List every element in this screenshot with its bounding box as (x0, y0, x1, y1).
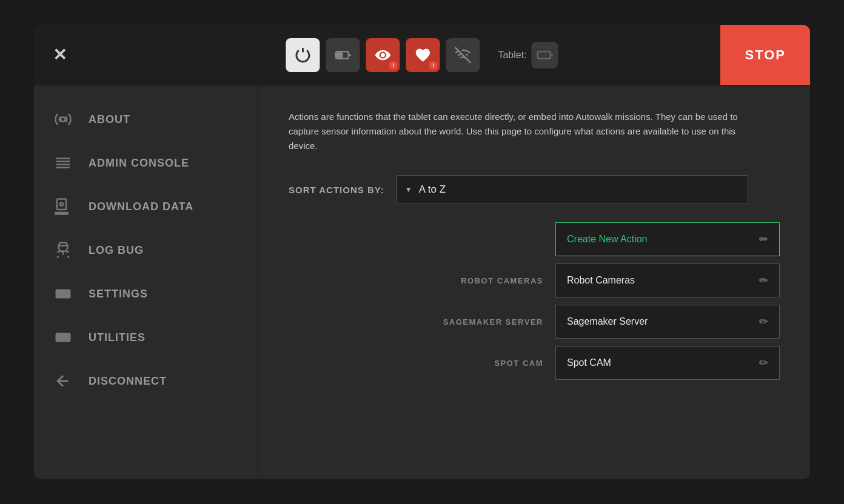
svg-point-5 (61, 117, 65, 122)
admin-console-label: ADMIN CONSOLE (89, 157, 189, 170)
sidebar-item-log-bug[interactable]: LOG BUG (34, 228, 258, 272)
tablet-battery-svg (537, 47, 554, 64)
sagemaker-server-button[interactable]: Sagemaker Server ✏ (555, 305, 780, 339)
close-icon: ✕ (53, 45, 67, 65)
body: ABOUT ADMIN CONSOLE (34, 85, 810, 479)
tablet-section: Tablet: (498, 42, 558, 68)
robot-cameras-label: Robot Cameras (567, 275, 635, 286)
sidebar-item-disconnect[interactable]: DISCONNECT (34, 359, 258, 403)
sagemaker-type-label: SAGEMAKER SERVER (422, 317, 543, 327)
sagemaker-server-label: Sagemaker Server (567, 316, 648, 327)
robot-cameras-type-label: ROBOT CAMERAS (422, 276, 543, 285)
sort-label: SORT ACTIONS BY: (289, 185, 384, 195)
disconnect-label: DISCONNECT (89, 375, 167, 388)
sidebar-item-download-data[interactable]: DOWNLOAD DATA (34, 185, 258, 228)
heart-status-icon (414, 47, 431, 64)
sort-select[interactable]: A to Z (397, 175, 748, 204)
sidebar-item-utilities[interactable]: UTILITIES (34, 316, 258, 359)
actions-table: Create New Action ✏ ROBOT CAMERAS Robot … (289, 222, 780, 380)
sort-select-wrapper: A to Z (397, 175, 748, 204)
robot-cameras-edit-icon: ✏ (759, 274, 768, 287)
robot-cameras-row: ROBOT CAMERAS Robot Cameras ✏ (289, 264, 780, 297)
sidebar-item-about[interactable]: ABOUT (34, 98, 258, 141)
utilities-icon (52, 327, 74, 348)
utilities-label: UTILITIES (89, 331, 146, 344)
eye-button[interactable]: ! (366, 38, 400, 72)
battery-button[interactable] (326, 38, 360, 72)
robot-cameras-button[interactable]: Robot Cameras ✏ (555, 264, 780, 297)
about-icon (52, 108, 74, 130)
eye-alert-badge: ! (389, 61, 397, 70)
log-bug-icon (52, 239, 74, 261)
header-right: STOP (720, 25, 810, 85)
signal-icon (454, 47, 471, 64)
download-data-label: DOWNLOAD DATA (89, 201, 193, 213)
spot-cam-type-label: SPOT CAM (422, 359, 543, 368)
heart-alert-badge: ! (429, 61, 437, 70)
log-bug-label: LOG BUG (89, 244, 144, 257)
spot-cam-row: SPOT CAM Spot CAM ✏ (289, 346, 780, 380)
sagemaker-server-row: SAGEMAKER SERVER Sagemaker Server ✏ (289, 305, 780, 339)
power-button[interactable] (286, 38, 320, 72)
svg-rect-2 (337, 53, 342, 57)
svg-point-11 (60, 203, 63, 206)
admin-console-icon (52, 152, 74, 174)
about-label: ABOUT (89, 113, 130, 126)
sort-row: SORT ACTIONS BY: A to Z (289, 175, 780, 204)
create-edit-icon: ✏ (759, 233, 768, 246)
settings-icon (52, 283, 74, 305)
sagemaker-edit-icon: ✏ (759, 315, 768, 328)
stop-button[interactable]: STOP (720, 25, 810, 85)
tablet-label: Tablet: (498, 50, 526, 61)
close-button[interactable]: ✕ (46, 42, 73, 68)
signal-button[interactable] (446, 38, 480, 72)
disconnect-icon (52, 370, 74, 392)
header: ✕ ! (34, 25, 810, 85)
battery-icon (334, 47, 351, 64)
settings-label: SETTINGS (89, 288, 148, 300)
spot-cam-button[interactable]: Spot CAM ✏ (555, 346, 780, 380)
sidebar-item-settings[interactable]: SETTINGS (34, 272, 258, 316)
sidebar: ABOUT ADMIN CONSOLE (34, 85, 258, 479)
svg-rect-3 (538, 51, 551, 59)
tablet-battery-icon (532, 42, 558, 68)
svg-rect-10 (57, 199, 66, 210)
sidebar-item-admin-console[interactable]: ADMIN CONSOLE (34, 141, 258, 185)
main-content: Actions are functions that the tablet ca… (258, 85, 810, 479)
power-icon (294, 47, 311, 64)
create-new-action-label: Create New Action (567, 234, 648, 245)
heart-button[interactable]: ! (406, 38, 440, 72)
description-text: Actions are functions that the tablet ca… (289, 110, 749, 153)
spot-cam-label: Spot CAM (567, 357, 611, 368)
app-window: ✕ ! (34, 25, 810, 479)
header-center-controls: ! ! Tablet: (286, 38, 558, 72)
download-data-icon (52, 196, 74, 217)
eye-status-icon (374, 47, 391, 64)
create-action-row: Create New Action ✏ (289, 222, 780, 256)
create-new-action-button[interactable]: Create New Action ✏ (555, 222, 780, 256)
spot-cam-edit-icon: ✏ (759, 356, 768, 370)
sort-value: A to Z (419, 184, 446, 196)
